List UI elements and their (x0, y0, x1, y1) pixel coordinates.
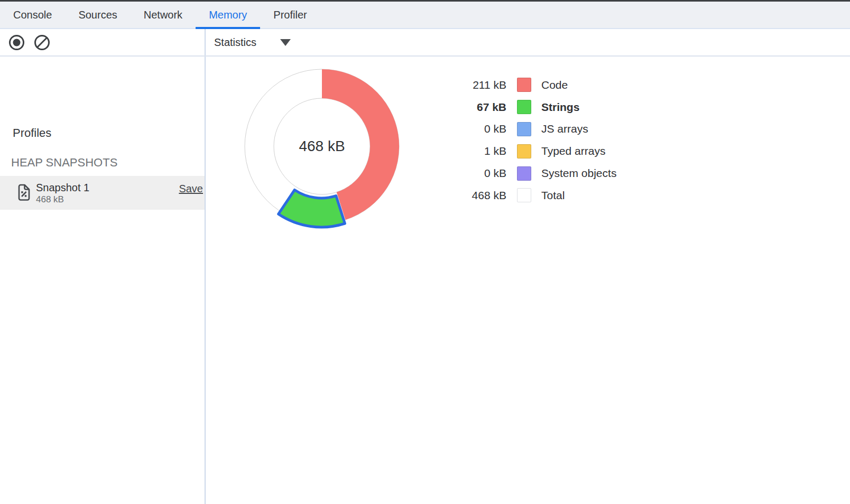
legend-swatch-icon (517, 100, 531, 114)
legend-swatch-icon (517, 78, 531, 92)
snapshot-list-item[interactable]: Snapshot 1 468 kB Save (0, 176, 205, 210)
toolbar-right-section: Statistics (206, 29, 850, 55)
legend-value: 211 kB (439, 79, 506, 91)
legend-value: 468 kB (439, 189, 506, 202)
donut-slice-strings[interactable] (279, 190, 345, 227)
legend-label: JS arrays (541, 123, 588, 135)
legend-label: Total (541, 189, 565, 202)
legend-label: Typed arrays (541, 145, 605, 157)
tab-console[interactable]: Console (0, 2, 65, 28)
legend-swatch-icon (517, 122, 531, 136)
devtools-tab-bar: Console Sources Network Memory Profiler (0, 2, 850, 29)
perspective-select-value: Statistics (214, 36, 256, 49)
legend-row-total[interactable]: 468 kBTotal (439, 184, 616, 207)
legend-value: 0 kB (439, 167, 506, 180)
legend-label: Strings (541, 101, 579, 114)
legend-row-system-objects[interactable]: 0 kBSystem objects (439, 162, 616, 184)
profiles-heading: Profiles (13, 126, 51, 140)
legend-value: 0 kB (439, 123, 506, 135)
chevron-down-icon (280, 39, 291, 46)
snapshot-title: Snapshot 1 (36, 182, 89, 194)
legend-value: 67 kB (439, 101, 506, 114)
heap-snapshot-file-icon (16, 184, 31, 201)
profiles-sidebar: Profiles HEAP SNAPSHOTS Snapshot 1 468 k… (0, 57, 206, 504)
snapshot-save-link[interactable]: Save (179, 183, 203, 195)
tab-memory[interactable]: Memory (196, 2, 260, 28)
legend-swatch-icon (517, 144, 531, 158)
legend-row-typed-arrays[interactable]: 1 kBTyped arrays (439, 140, 616, 162)
legend-value: 1 kB (439, 145, 506, 157)
tab-network[interactable]: Network (131, 2, 196, 28)
legend-label: System objects (541, 167, 616, 180)
legend-label: Code (541, 79, 568, 91)
clear-icon[interactable] (34, 34, 50, 51)
tab-profiler[interactable]: Profiler (260, 2, 320, 28)
statistics-view: 468 kB 211 kBCode67 kBStrings0 kBJS arra… (207, 57, 850, 504)
heap-snapshots-group-heading: HEAP SNAPSHOTS (11, 156, 117, 170)
devtools-memory-panel: Console Sources Network Memory Profiler … (0, 0, 850, 504)
legend-swatch-icon (517, 188, 531, 202)
record-icon[interactable] (8, 34, 25, 51)
legend-row-js-arrays[interactable]: 0 kBJS arrays (439, 118, 616, 141)
memory-toolbar: Statistics (0, 29, 850, 57)
toolbar-left-section (0, 29, 206, 55)
heap-statistics-donut-chart: 468 kB (235, 59, 409, 234)
donut-chart-svg (235, 59, 409, 234)
snapshot-size: 468 kB (36, 194, 64, 205)
legend-row-strings[interactable]: 67 kBStrings (439, 96, 616, 118)
tab-sources[interactable]: Sources (65, 2, 130, 28)
perspective-select[interactable]: Statistics (214, 36, 291, 49)
legend-swatch-icon (517, 166, 531, 181)
legend-row-code[interactable]: 211 kBCode (439, 74, 616, 96)
chart-legend: 211 kBCode67 kBStrings0 kBJS arrays1 kBT… (439, 74, 616, 207)
